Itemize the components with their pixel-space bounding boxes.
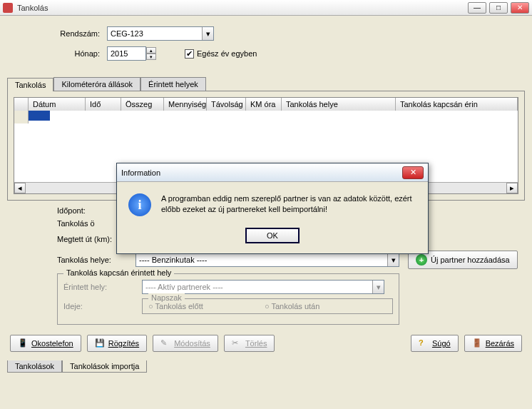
ok-button[interactable]: OK xyxy=(245,228,300,243)
modal-text: A programban eddig nem szereplő partner … xyxy=(161,193,416,216)
modal-overlay: Information ✕ i A programban eddig nem s… xyxy=(0,0,532,409)
info-icon: i xyxy=(128,193,151,216)
modal-close-button[interactable]: ✕ xyxy=(402,166,424,179)
info-modal: Information ✕ i A programban eddig nem s… xyxy=(116,163,429,254)
modal-titlebar: Information ✕ xyxy=(117,163,428,182)
modal-title: Information xyxy=(121,168,402,177)
